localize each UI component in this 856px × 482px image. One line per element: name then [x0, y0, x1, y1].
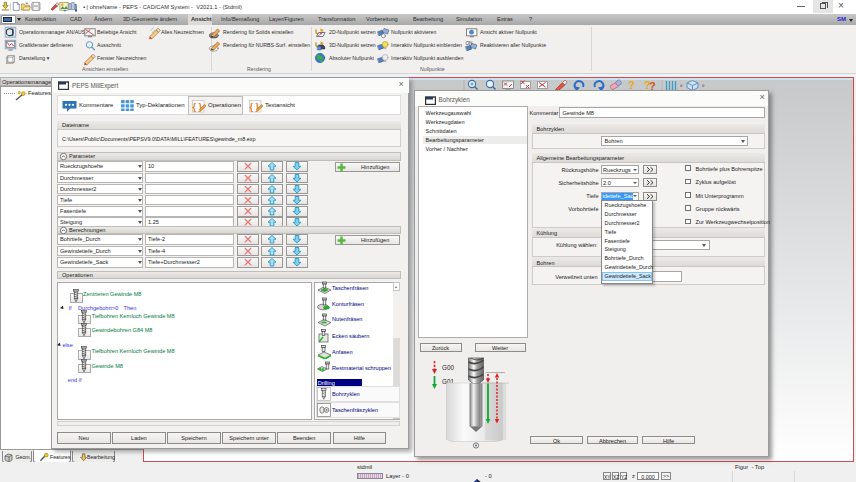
svg-text:ON: ON — [466, 41, 473, 46]
svg-text:G00: G00 — [442, 363, 454, 370]
